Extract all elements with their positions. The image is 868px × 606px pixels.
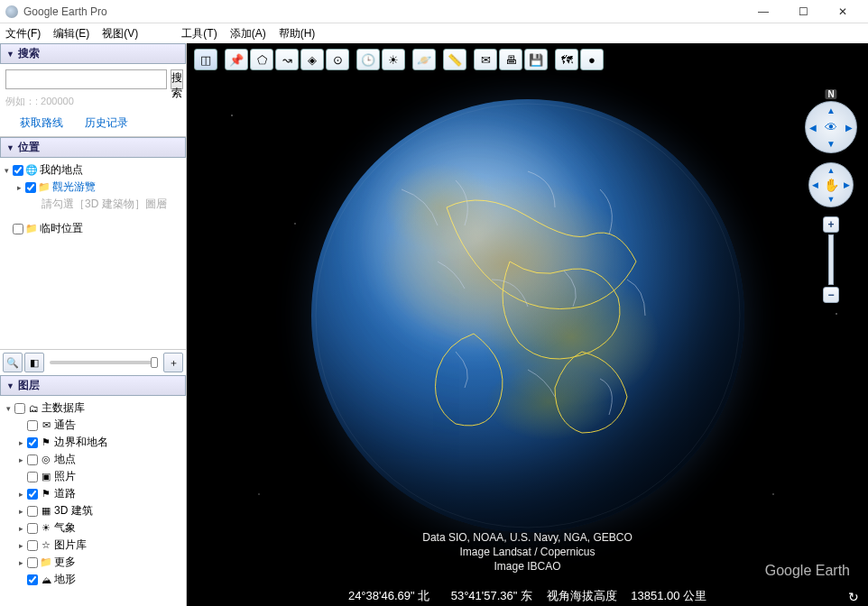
search-input[interactable]: [5, 69, 167, 89]
terrain-icon: ⛰: [40, 574, 52, 586]
folder-icon: 📁: [25, 223, 38, 235]
reset-view-icon[interactable]: ↻: [848, 590, 859, 604]
layer-item[interactable]: ▣照片: [14, 468, 184, 485]
layers-tree: ▾🗂主数据库 ✉通告 ▸⚑边界和地名 ▸◎地点 ▣照片 ▸⚑道路 ▸▦3D 建筑…: [0, 396, 186, 606]
opacity-slider[interactable]: [50, 361, 158, 364]
places-temp[interactable]: 📁临时位置: [2, 220, 184, 237]
search-panel-header[interactable]: ▼搜索: [0, 43, 186, 64]
eye-icon: 👁: [825, 120, 837, 134]
gallery-icon: ☆: [40, 539, 52, 552]
north-indicator[interactable]: N: [825, 89, 836, 99]
close-button[interactable]: ✕: [823, 3, 863, 21]
pan-control[interactable]: ✋ ▲ ▼ ◀ ▶: [808, 162, 854, 207]
place-icon: ◎: [40, 454, 52, 466]
layer-item[interactable]: ✉通告: [14, 417, 184, 434]
pan-right-icon[interactable]: ▶: [844, 180, 850, 189]
placemark-button[interactable]: 📌: [225, 49, 248, 70]
places-toolbar: 🔍 ◧ ＋: [0, 349, 186, 375]
status-lon: 53°41'57.36" 东: [451, 589, 532, 602]
layer-item[interactable]: ▸⚑边界和地名: [14, 434, 184, 451]
save-image-button[interactable]: 💾: [524, 49, 548, 70]
places-pane-icon[interactable]: ◧: [24, 353, 44, 372]
map-toolbar: ◫ 📌 ⬠ ↝ ◈ ⊙ 🕒 ☀ 🪐 📏 ✉ 🖶 💾: [192, 47, 605, 72]
country-borders: [311, 99, 744, 532]
layer-item[interactable]: ▸☀气象: [14, 519, 184, 537]
photo-icon: ▣: [40, 471, 52, 483]
menu-tools[interactable]: 工具(T): [181, 26, 217, 41]
menu-file[interactable]: 文件(F): [5, 26, 41, 41]
earth-globe[interactable]: [311, 99, 744, 532]
folder-icon: 📁: [38, 181, 51, 194]
look-left-icon[interactable]: ◀: [809, 123, 817, 133]
database-icon: 🗂: [27, 402, 40, 415]
layer-item[interactable]: ▸▦3D 建筑: [14, 502, 184, 519]
look-compass[interactable]: N 👁 ▲ ▼ ◀ ▶: [805, 101, 857, 153]
search-hint: 例如：: 200000: [5, 95, 180, 108]
search-button[interactable]: 搜索: [171, 69, 183, 89]
zoom-out-button[interactable]: −: [823, 287, 839, 303]
history-link[interactable]: 历史记录: [85, 115, 128, 131]
menu-edit[interactable]: 编辑(E): [53, 26, 89, 41]
ruler-button[interactable]: 📏: [443, 49, 466, 70]
polygon-button[interactable]: ⬠: [250, 49, 273, 70]
print-button[interactable]: 🖶: [499, 49, 522, 70]
look-up-icon[interactable]: ▲: [826, 106, 836, 115]
status-alt-value: 13851.00 公里: [631, 589, 706, 602]
maximize-button[interactable]: ☐: [783, 3, 823, 21]
globe-icon: 🌐: [25, 164, 38, 177]
look-down-icon[interactable]: ▼: [826, 139, 836, 149]
places-sightseeing-hint: 請勾選［3D 建築物］圖層: [2, 196, 184, 213]
hide-sidebar-button[interactable]: ◫: [194, 49, 217, 70]
pan-up-icon[interactable]: ▲: [827, 166, 836, 175]
flag-icon: ⚑: [40, 436, 52, 449]
overlay-button[interactable]: ◈: [300, 49, 324, 70]
pan-left-icon[interactable]: ◀: [812, 180, 818, 189]
layer-item[interactable]: ▸◎地点: [14, 451, 184, 468]
more-icon: 📁: [40, 556, 52, 569]
layer-item[interactable]: ▸📁更多: [14, 554, 184, 571]
view-maps-button[interactable]: 🗺: [555, 49, 578, 70]
road-icon: ⚑: [40, 488, 52, 500]
places-search-icon[interactable]: 🔍: [3, 353, 23, 372]
layer-item[interactable]: ▸⚑道路: [14, 485, 184, 502]
statusbar: 24°38'46.69" 北 53°41'57.36" 东 视角海拔高度 138…: [187, 588, 868, 604]
nav-controls: N 👁 ▲ ▼ ◀ ▶ ✋ ▲ ▼ ◀ ▶ + −: [805, 101, 857, 303]
layer-item[interactable]: ⛰地形: [14, 571, 184, 588]
status-alt-label: 视角海拔高度: [547, 589, 617, 602]
record-button[interactable]: ⊙: [326, 49, 349, 70]
places-tree: ▾🌐我的地点 ▸📁觀光游覽 請勾選［3D 建築物］圖層 📁临时位置: [0, 158, 186, 241]
window-title: Google Earth Pro: [23, 5, 743, 18]
get-route-link[interactable]: 获取路线: [20, 115, 63, 131]
places-myplaces[interactable]: ▾🌐我的地点: [2, 161, 184, 179]
sunlight-button[interactable]: ☀: [382, 49, 405, 70]
menu-add[interactable]: 添加(A): [230, 26, 266, 41]
menu-help[interactable]: 帮助(H): [279, 26, 316, 41]
planet-button[interactable]: 🪐: [412, 49, 436, 70]
history-button[interactable]: 🕒: [356, 49, 380, 70]
pan-down-icon[interactable]: ▼: [827, 195, 836, 204]
status-lat: 24°38'46.69" 北: [348, 589, 429, 602]
zoom-in-button[interactable]: +: [823, 216, 839, 233]
zoom-control: + −: [822, 216, 840, 303]
places-panel-header[interactable]: ▼位置: [0, 137, 186, 158]
announce-icon: ✉: [40, 419, 52, 432]
titlebar: Google Earth Pro — ☐ ✕: [0, 0, 868, 23]
weather-icon: ☀: [40, 522, 52, 535]
layer-primary-db[interactable]: ▾🗂主数据库: [2, 399, 184, 417]
menubar: 文件(F) 编辑(E) 视图(V) 工具(T) 添加(A) 帮助(H): [0, 23, 868, 43]
hand-icon: ✋: [824, 178, 839, 192]
layers-panel-header[interactable]: ▼图层: [0, 375, 186, 396]
places-add-icon[interactable]: ＋: [163, 353, 183, 372]
path-button[interactable]: ↝: [275, 49, 299, 70]
zoom-slider[interactable]: [828, 234, 834, 285]
look-right-icon[interactable]: ▶: [845, 123, 853, 133]
search-panel: 搜索 例如：: 200000 获取路线 历史记录: [0, 64, 186, 137]
sphere-button[interactable]: ●: [580, 49, 604, 70]
menu-view[interactable]: 视图(V): [102, 26, 138, 41]
building-icon: ▦: [40, 505, 52, 518]
places-sightseeing[interactable]: ▸📁觀光游覽: [14, 179, 184, 196]
minimize-button[interactable]: —: [743, 3, 783, 21]
map-viewport[interactable]: ◫ 📌 ⬠ ↝ ◈ ⊙ 🕒 ☀ 🪐 📏 ✉ 🖶 💾: [187, 43, 868, 606]
email-button[interactable]: ✉: [474, 49, 497, 70]
layer-item[interactable]: ▸☆图片库: [14, 537, 184, 554]
